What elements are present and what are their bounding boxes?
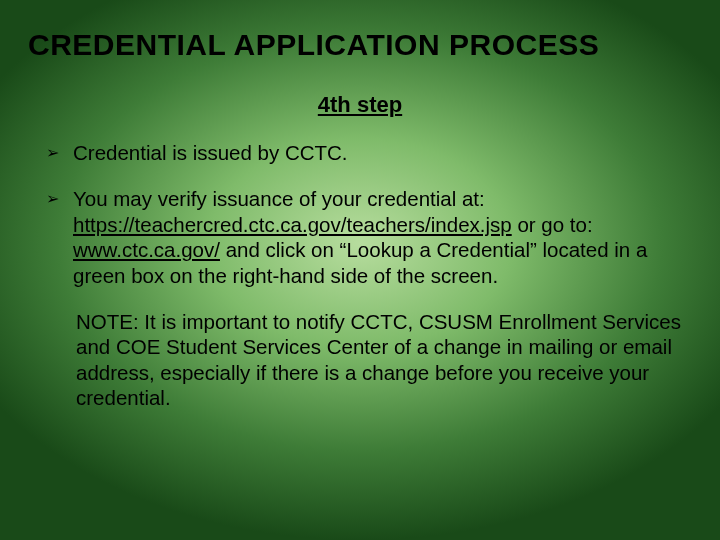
bullet-icon: ➢ xyxy=(46,140,59,166)
link-ctc[interactable]: www.ctc.ca.gov/ xyxy=(73,238,220,261)
bullet-text: You may verify issuance of your credenti… xyxy=(73,186,692,289)
note-text: NOTE: It is important to notify CCTC, CS… xyxy=(28,309,692,412)
bullet-list: ➢ Credential is issued by CCTC. ➢ You ma… xyxy=(28,140,692,289)
step-heading: 4th step xyxy=(28,92,692,118)
slide: CREDENTIAL APPLICATION PROCESS 4th step … xyxy=(0,0,720,540)
list-item: ➢ Credential is issued by CCTC. xyxy=(46,140,692,166)
bullet-text: Credential is issued by CCTC. xyxy=(73,140,348,166)
bullet-icon: ➢ xyxy=(46,186,59,212)
list-item: ➢ You may verify issuance of your creden… xyxy=(46,186,692,289)
link-teachercred[interactable]: https://teachercred.ctc.ca.gov/teachers/… xyxy=(73,213,512,236)
text-fragment: You may verify issuance of your credenti… xyxy=(73,187,485,210)
text-fragment: or go to: xyxy=(512,213,593,236)
slide-title: CREDENTIAL APPLICATION PROCESS xyxy=(28,28,692,62)
